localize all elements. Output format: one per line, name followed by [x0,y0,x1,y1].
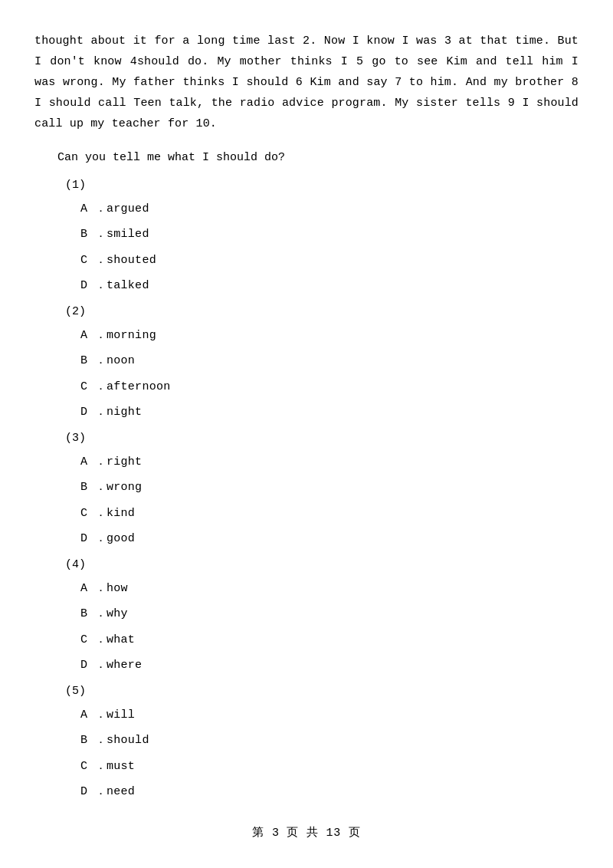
option-3-b[interactable]: B ．wrong [80,478,579,498]
option-1-b[interactable]: B ．smiled [80,225,579,245]
option-1-a[interactable]: A ．argued [80,199,579,219]
option-3-a[interactable]: A ．right [80,452,579,472]
option-2-c[interactable]: C ．afternoon [80,377,579,397]
question-prompt: Can you tell me what I should do? [57,148,579,168]
option-1-d[interactable]: D ．talked [80,276,579,296]
option-5-c[interactable]: C ．must [80,757,579,777]
option-5-b[interactable]: B ．should [80,731,579,751]
option-5-a[interactable]: A ．will [80,705,579,725]
option-1-c[interactable]: C ．shouted [80,251,579,271]
option-4-a[interactable]: A ．how [80,579,579,599]
option-4-b[interactable]: B ．why [80,604,579,624]
question-number-5: (5) [65,685,579,698]
option-3-d[interactable]: D ．good [80,529,579,549]
question-number-3: (3) [65,432,579,445]
option-2-a[interactable]: A ．morning [80,326,579,346]
option-4-c[interactable]: C ．what [80,630,579,650]
option-2-b[interactable]: B ．noon [80,351,579,371]
passage-text: thought about it for a long time last 2.… [34,31,579,134]
option-2-d[interactable]: D ．night [80,403,579,422]
page-footer: 第 3 页 共 13 页 [34,825,579,840]
question-number-2: (2) [65,305,579,318]
question-number-1: (1) [65,179,579,192]
option-4-d[interactable]: D ．where [80,656,579,676]
option-3-c[interactable]: C ．kind [80,504,579,524]
option-5-d[interactable]: D ．need [80,782,579,802]
question-number-4: (4) [65,558,579,571]
questions-container: (1)A ．arguedB ．smiledC ．shoutedD ．talked… [34,179,579,802]
